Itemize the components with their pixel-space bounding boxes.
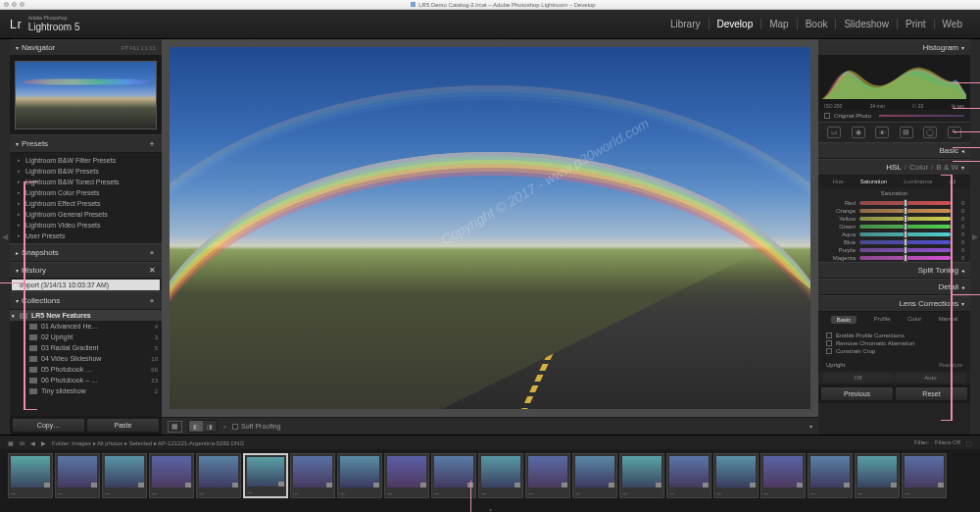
module-book[interactable]: Book xyxy=(798,19,837,29)
filmstrip-thumb[interactable]: ••••• xyxy=(102,453,147,498)
split-toning-header[interactable]: Split Toning◂ xyxy=(818,262,970,279)
hsl-tab-saturation[interactable]: Saturation xyxy=(860,179,887,184)
presets-header[interactable]: ▾Presets＋ xyxy=(10,134,162,153)
snapshots-header[interactable]: ▸Snapshots＋ xyxy=(10,243,162,262)
filmstrip-thumb[interactable]: ••••• xyxy=(290,453,335,498)
collection-set[interactable]: LR5 New Features xyxy=(10,310,162,321)
filmstrip-thumb[interactable]: ••••• xyxy=(337,453,382,498)
hsl-tab-hue[interactable]: Hue xyxy=(833,179,844,184)
filmstrip-thumb[interactable]: ••••• xyxy=(713,453,759,498)
filmstrip-thumb[interactable]: ••••• xyxy=(149,453,194,498)
module-web[interactable]: Web xyxy=(935,19,970,29)
lens-tab-manual[interactable]: Manual xyxy=(939,316,958,324)
filmstrip-thumb[interactable]: ••••• xyxy=(666,453,711,498)
filmstrip-thumb[interactable]: ••••• xyxy=(196,453,241,498)
collections-header[interactable]: ▾Collections＋ xyxy=(10,291,162,310)
module-map[interactable]: Map xyxy=(761,19,797,29)
saturation-slider-purple[interactable]: Purple0 xyxy=(818,246,970,254)
back-icon[interactable]: ◀ xyxy=(30,439,35,446)
second-window-icon[interactable]: ▦ xyxy=(8,439,14,446)
filmstrip-thumb[interactable]: ••••• xyxy=(243,453,288,498)
filmstrip-thumb[interactable]: ••••• xyxy=(478,453,523,498)
navigator-header[interactable]: ▾Navigator FIT FILL 1:1 3:1 xyxy=(10,39,162,56)
minimize-window-button[interactable] xyxy=(12,2,17,7)
right-panel-toggle[interactable]: ▶ xyxy=(970,39,980,435)
filmstrip-thumb[interactable]: ••••• xyxy=(384,453,429,498)
reanalyze-button[interactable]: Reanalyze xyxy=(939,362,962,368)
saturation-slider-orange[interactable]: Orange0 xyxy=(818,207,970,215)
collection-item[interactable]: 04 Video Slideshow10 xyxy=(10,353,162,364)
filmstrip-thumb[interactable]: ••••• xyxy=(760,453,806,498)
detail-header[interactable]: Detail◂ xyxy=(818,279,970,295)
toolbar-menu-icon[interactable]: ▾ xyxy=(809,423,812,430)
module-develop[interactable]: Develop xyxy=(710,19,762,29)
lens-corrections-header[interactable]: Lens Corrections▾ xyxy=(818,295,970,312)
saturation-slider-magenta[interactable]: Magenta0 xyxy=(818,254,970,262)
filmstrip-thumb[interactable]: ••••• xyxy=(55,453,100,498)
filter-lock-icon[interactable]: ⬚ xyxy=(966,439,972,446)
preset-folder[interactable]: Lightroom B&W Presets xyxy=(10,166,162,177)
reset-button[interactable]: Reset xyxy=(895,386,968,401)
filmstrip-thumb[interactable]: ••••• xyxy=(8,453,53,498)
history-item[interactable]: Import (3/14/13 10:03:37 AM) xyxy=(12,280,160,290)
soft-proofing-checkbox[interactable]: Soft Proofing xyxy=(232,423,280,430)
forward-icon[interactable]: ▶ xyxy=(41,439,46,446)
hsl-panel-header[interactable]: HSL/ Color/ B & W ▾ xyxy=(818,159,970,176)
filmstrip-thumb[interactable]: ••••• xyxy=(525,453,570,498)
preset-folder[interactable]: Lightroom Video Presets xyxy=(10,220,162,230)
preset-folder[interactable]: Lightroom Effect Presets xyxy=(10,198,162,209)
crop-tool-icon[interactable]: ▭ xyxy=(827,127,841,138)
paste-button[interactable]: Paste xyxy=(86,418,160,433)
spot-tool-icon[interactable]: ◉ xyxy=(852,127,865,138)
filmstrip-thumb[interactable]: ••••• xyxy=(855,453,900,498)
collection-item[interactable]: Tiny slideshow2 xyxy=(10,385,162,396)
brush-tool-icon[interactable]: ✎ xyxy=(948,127,961,138)
histogram[interactable]: ISO 250 24 mm f / 22 ⅛ sec xyxy=(818,56,970,110)
lens-tab-basic[interactable]: Basic xyxy=(831,316,858,324)
previous-button[interactable]: Previous xyxy=(820,386,894,401)
histogram-header[interactable]: Histogram▾ xyxy=(818,39,970,56)
lens-tab-profile[interactable]: Profile xyxy=(874,316,891,324)
redeye-tool-icon[interactable]: 👁 xyxy=(875,127,889,138)
saturation-slider-blue[interactable]: Blue0 xyxy=(818,238,970,246)
left-panel-toggle[interactable]: ◀ xyxy=(0,39,10,435)
preset-folder[interactable]: Lightroom General Presets xyxy=(10,209,162,220)
upright-off[interactable]: Off xyxy=(822,373,894,383)
filmstrip-thumb[interactable]: ••••• xyxy=(619,453,664,498)
copy-button[interactable]: Copy… xyxy=(12,418,85,433)
filmstrip[interactable]: ••••••••••••••••••••••••••••••••••••••••… xyxy=(0,449,980,506)
filmstrip-toggle[interactable]: ▾ xyxy=(0,506,980,512)
collection-item[interactable]: 03 Radial Gradient5 xyxy=(10,342,162,353)
grad-filter-icon[interactable]: ▤ xyxy=(900,127,913,138)
saturation-slider-aqua[interactable]: Aqua0 xyxy=(818,230,970,238)
preset-folder[interactable]: Lightroom Color Presets xyxy=(10,187,162,198)
basic-panel-header[interactable]: Basic◂ xyxy=(818,142,970,159)
collection-item[interactable]: 05 Photobook …66 xyxy=(10,364,162,375)
saturation-slider-yellow[interactable]: Yellow0 xyxy=(818,215,970,223)
module-print[interactable]: Print xyxy=(898,19,935,29)
lens-option-checkbox[interactable]: Constrain Crop xyxy=(826,347,962,355)
filmstrip-thumb[interactable]: ••••• xyxy=(431,453,476,498)
collection-item[interactable]: 02 Upright3 xyxy=(10,332,162,342)
radial-filter-icon[interactable]: ◯ xyxy=(923,127,937,138)
module-library[interactable]: Library xyxy=(662,19,710,29)
filmstrip-thumb[interactable]: ••••• xyxy=(808,453,853,498)
saturation-slider-red[interactable]: Red0 xyxy=(818,199,970,207)
module-slideshow[interactable]: Slideshow xyxy=(836,19,898,29)
filters-off[interactable]: Filters Off xyxy=(935,439,960,446)
preset-folder[interactable]: User Presets xyxy=(10,230,162,241)
close-window-button[interactable] xyxy=(4,2,9,7)
navigator-zoom-levels[interactable]: FIT FILL 1:1 3:1 xyxy=(122,45,156,51)
grid-icon[interactable]: ⊞ xyxy=(20,439,24,446)
collection-item[interactable]: 06 Photobook – …23 xyxy=(10,375,162,385)
hsl-tab-luminance[interactable]: Luminance xyxy=(904,179,932,184)
loupe-view-icon[interactable]: ▦ xyxy=(168,421,182,433)
before-after-toggle[interactable]: ◧◨ xyxy=(188,420,218,433)
zoom-window-button[interactable] xyxy=(20,2,24,7)
preset-folder[interactable]: Lightroom B&W Toned Presets xyxy=(10,177,162,187)
lens-option-checkbox[interactable]: Enable Profile Corrections xyxy=(826,332,962,339)
lens-option-checkbox[interactable]: Remove Chromatic Aberration xyxy=(826,339,962,347)
navigator-preview[interactable] xyxy=(10,56,162,134)
original-photo-row[interactable]: Original Photo xyxy=(818,110,970,122)
image-canvas[interactable]: Copyright © 2017 - www.p30world.com xyxy=(162,39,818,417)
